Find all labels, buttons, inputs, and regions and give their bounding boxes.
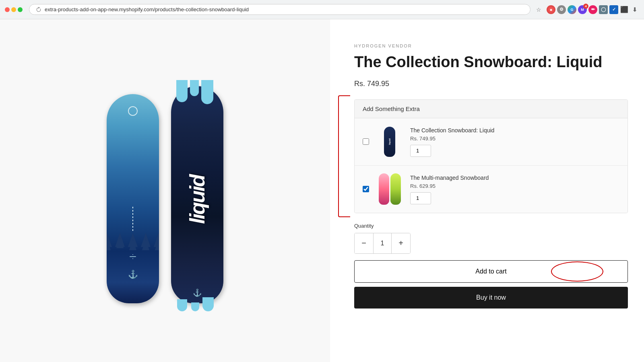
url-text: extra-products-add-on-app-new.myshopify.… xyxy=(45,6,249,12)
ext-icon-3[interactable]: G xyxy=(568,5,576,14)
product-image-section: ⚓ liquid ⚓ xyxy=(0,19,330,362)
product-price: Rs. 749.95 xyxy=(354,80,628,88)
tree-1 xyxy=(107,233,112,247)
product-title: The Collection Snowboard: Liquid xyxy=(354,53,628,72)
addon-qty-1[interactable] xyxy=(410,145,431,157)
product-info-section: HYDROGEN VENDOR The Collection Snowboard… xyxy=(330,19,644,362)
plus-icon: + xyxy=(398,239,403,248)
add-extra-header: Add Something Extra xyxy=(355,100,627,118)
page-container: ⚓ liquid ⚓ xyxy=(0,19,644,362)
decrease-qty-button[interactable]: − xyxy=(355,233,373,253)
extension-icons: ● ⚙ G 4 M ✏ ◯ ✓ ⬛ ⬇ xyxy=(547,5,639,14)
addon-image-1: liquid xyxy=(376,125,404,159)
addon-details-1: The Collection Snowboard: Liquid Rs. 749… xyxy=(410,127,619,157)
add-extra-section: Add Something Extra liquid The Collectio… xyxy=(354,99,628,213)
buy-now-label: Buy it now xyxy=(476,294,506,301)
minimize-window-button[interactable] xyxy=(11,7,16,12)
minus-icon: − xyxy=(361,239,366,248)
snowboard-dashed-line xyxy=(132,207,133,231)
bookmark-icon[interactable]: ☆ xyxy=(534,5,543,14)
tree-4 xyxy=(141,233,151,247)
addon-item-2: The Multi-managed Snowboard Rs. 629.95 xyxy=(355,166,627,213)
browser-chrome: extra-products-add-on-app-new.myshopify.… xyxy=(0,0,644,19)
ext-icon-1[interactable]: ● xyxy=(547,5,555,14)
addon-qty-2[interactable] xyxy=(410,192,431,204)
addon-name-1: The Collection Snowboard: Liquid xyxy=(410,127,619,134)
add-to-cart-label: Add to cart xyxy=(475,268,506,275)
quantity-label: Quantity xyxy=(354,223,628,229)
tree-5 xyxy=(154,233,159,247)
addon-name-2: The Multi-managed Snowboard xyxy=(410,174,619,181)
addon-price-2: Rs. 629.95 xyxy=(410,183,619,189)
snowboard-image-1: ⚓ xyxy=(107,94,159,303)
ext-icon-6[interactable]: ◯ xyxy=(599,5,608,14)
quantity-value: 1 xyxy=(373,233,392,253)
vendor-label: HYDROGEN VENDOR xyxy=(354,43,628,48)
addon-checkbox-2[interactable] xyxy=(363,186,369,192)
snowboard-image-2: liquid ⚓ xyxy=(171,86,223,303)
red-bracket-annotation xyxy=(338,95,350,217)
ext-icon-7[interactable]: ✓ xyxy=(609,5,618,14)
buy-now-button[interactable]: Buy it now xyxy=(354,287,628,309)
tree-3 xyxy=(128,233,138,247)
window-controls xyxy=(5,7,23,12)
ext-icon-4[interactable]: 4 M xyxy=(578,5,587,14)
close-window-button[interactable] xyxy=(5,7,10,12)
addon-item-1: liquid The Collection Snowboard: Liquid … xyxy=(355,118,627,166)
red-circle-annotation xyxy=(551,261,603,282)
ext-icon-5[interactable]: ✏ xyxy=(588,5,597,14)
tree-2 xyxy=(115,231,125,247)
addon-checkbox-1[interactable] xyxy=(363,138,369,145)
ext-icon-2[interactable]: ⚙ xyxy=(557,5,566,14)
addon-price-1: Rs. 749.95 xyxy=(410,136,619,142)
addon-details-2: The Multi-managed Snowboard Rs. 629.95 xyxy=(410,174,619,204)
increase-qty-button[interactable]: + xyxy=(392,233,410,253)
ext-icon-9[interactable]: ⬇ xyxy=(630,5,639,14)
add-to-cart-button[interactable]: Add to cart xyxy=(354,260,628,283)
snowboard-images: ⚓ liquid ⚓ xyxy=(107,78,223,303)
quantity-section: Quantity − 1 + xyxy=(354,223,628,254)
addon-image-2 xyxy=(376,172,404,206)
maximize-window-button[interactable] xyxy=(18,7,23,12)
address-bar[interactable]: extra-products-add-on-app-new.myshopify.… xyxy=(29,4,530,15)
reload-icon[interactable] xyxy=(36,7,41,12)
quantity-controls: − 1 + xyxy=(354,233,411,254)
ext-icon-8[interactable]: ⬛ xyxy=(620,5,629,14)
